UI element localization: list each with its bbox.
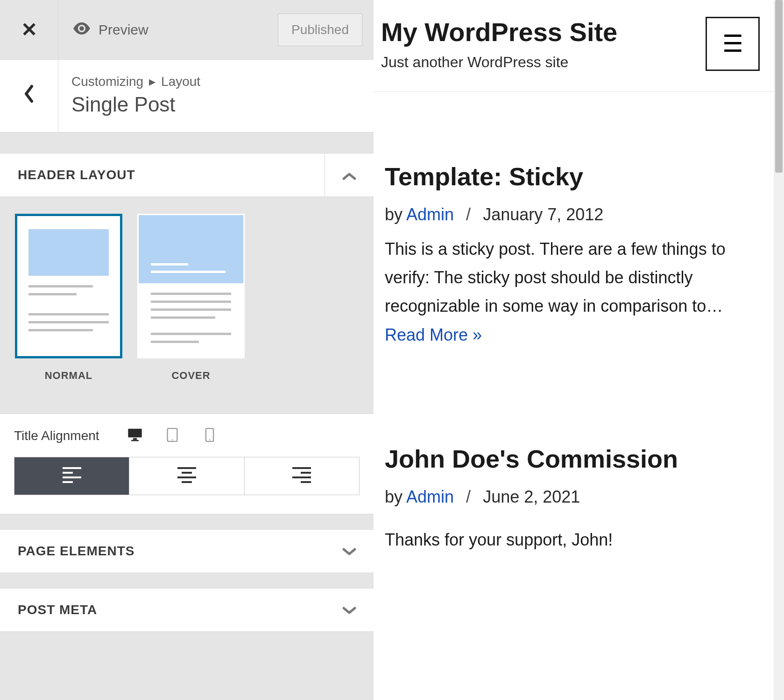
chevron-left-icon [23, 84, 35, 108]
svg-rect-1 [133, 438, 137, 440]
align-left-button[interactable] [14, 457, 129, 495]
svg-rect-13 [177, 476, 196, 478]
post-author-link[interactable]: Admin [406, 487, 454, 506]
post-author-link[interactable]: Admin [406, 205, 454, 224]
svg-rect-15 [292, 467, 311, 469]
layout-label: NORMAL [45, 370, 93, 382]
device-desktop-button[interactable] [127, 428, 142, 444]
accordion-title: PAGE ELEMENTS [0, 530, 325, 573]
chevron-down-icon [342, 600, 357, 620]
triangle-right-icon: ▸ [149, 74, 155, 89]
desktop-icon [127, 428, 142, 444]
preview-content[interactable]: My WordPress Site Just another WordPress… [374, 0, 774, 700]
site-title[interactable]: My WordPress Site [381, 17, 617, 47]
svg-rect-7 [63, 467, 81, 469]
by-label: by [385, 487, 406, 506]
layout-option-cover[interactable]: COVER [137, 214, 245, 382]
breadcrumb-parent: Layout [161, 74, 200, 89]
align-right-button[interactable] [245, 457, 359, 495]
close-button[interactable]: ✕ [0, 0, 58, 60]
post-excerpt: Thanks for your support, John! [385, 525, 758, 554]
svg-rect-18 [301, 481, 311, 483]
scrollbar[interactable] [774, 0, 784, 700]
accordion-title: POST META [0, 588, 325, 631]
post-meta: by Admin / January 7, 2012 [385, 205, 758, 224]
svg-rect-8 [63, 472, 73, 474]
page-title: Single Post [71, 93, 200, 116]
collapse-button[interactable] [325, 154, 374, 196]
back-button[interactable] [0, 60, 58, 132]
customizer-topbar: ✕ Preview Published [0, 0, 374, 60]
breadcrumb-body: Customizing ▸ Layout Single Post [58, 60, 213, 132]
scrollbar-thumb[interactable] [775, 0, 783, 173]
svg-rect-2 [131, 440, 139, 441]
accordion-page-elements[interactable]: PAGE ELEMENTS [0, 529, 374, 573]
svg-point-4 [171, 439, 172, 440]
align-center-button[interactable] [129, 457, 244, 495]
post-item: Template: Sticky by Admin / January 7, 2… [374, 92, 774, 368]
preview-label: Preview [99, 22, 148, 38]
meta-separator: / [466, 487, 471, 506]
post-excerpt: This is a sticky post. There are a few t… [385, 235, 758, 349]
svg-rect-10 [63, 481, 73, 483]
layout-thumb-normal[interactable] [15, 214, 122, 358]
expand-button[interactable] [325, 588, 374, 631]
svg-rect-0 [128, 429, 141, 438]
by-label: by [385, 205, 406, 224]
layout-option-normal[interactable]: NORMAL [15, 214, 122, 382]
svg-rect-17 [292, 476, 311, 478]
preview-pane: My WordPress Site Just another WordPress… [374, 0, 784, 700]
layout-label: COVER [171, 370, 210, 382]
breadcrumb: Customizing ▸ Layout [71, 74, 200, 89]
header-layout-options: NORMAL COVER [0, 197, 374, 395]
expand-button[interactable] [325, 530, 374, 573]
breadcrumb-root: Customizing [71, 74, 143, 89]
chevron-down-icon [342, 541, 357, 561]
read-more-link[interactable]: Read More » [385, 325, 482, 344]
svg-point-6 [209, 439, 210, 440]
customizer-sidebar: ✕ Preview Published Customizing ▸ Layout… [0, 0, 374, 700]
meta-separator: / [466, 205, 471, 224]
hide-preview-toggle[interactable]: Preview [58, 22, 162, 38]
post-item: John Doe's Commission by Admin / June 2,… [374, 413, 774, 573]
mobile-icon [202, 428, 217, 444]
svg-rect-16 [301, 472, 311, 474]
layout-thumb-cover[interactable] [137, 214, 245, 358]
device-tablet-button[interactable] [165, 428, 180, 444]
publish-button[interactable]: Published [278, 14, 362, 46]
title-alignment-label: Title Alignment [14, 428, 99, 443]
site-tagline: Just another WordPress site [381, 54, 617, 71]
svg-rect-11 [177, 467, 196, 469]
post-meta: by Admin / June 2, 2021 [385, 487, 758, 507]
menu-toggle-button[interactable]: ☰ [706, 17, 760, 71]
accordion-header-layout[interactable]: HEADER LAYOUT [0, 153, 374, 197]
post-title[interactable]: Template: Sticky [385, 162, 758, 191]
align-center-icon [177, 467, 196, 485]
alignment-toggle-group [14, 457, 360, 495]
title-alignment-panel: Title Alignment [0, 413, 374, 514]
breadcrumb-bar: Customizing ▸ Layout Single Post [0, 60, 374, 133]
hamburger-icon: ☰ [722, 30, 743, 57]
svg-rect-14 [182, 481, 192, 483]
eye-icon [72, 22, 91, 38]
post-date: January 7, 2012 [483, 205, 603, 224]
site-header: My WordPress Site Just another WordPress… [374, 0, 774, 92]
svg-rect-12 [182, 472, 192, 474]
device-mobile-button[interactable] [202, 428, 217, 444]
align-left-icon [63, 467, 81, 485]
svg-rect-9 [63, 476, 81, 478]
post-title[interactable]: John Doe's Commission [385, 444, 758, 473]
post-date: June 2, 2021 [483, 487, 580, 506]
accordion-title: HEADER LAYOUT [0, 154, 325, 196]
chevron-up-icon [342, 165, 357, 185]
align-right-icon [292, 467, 311, 485]
accordion-post-meta[interactable]: POST META [0, 588, 374, 632]
tablet-icon [165, 428, 180, 444]
